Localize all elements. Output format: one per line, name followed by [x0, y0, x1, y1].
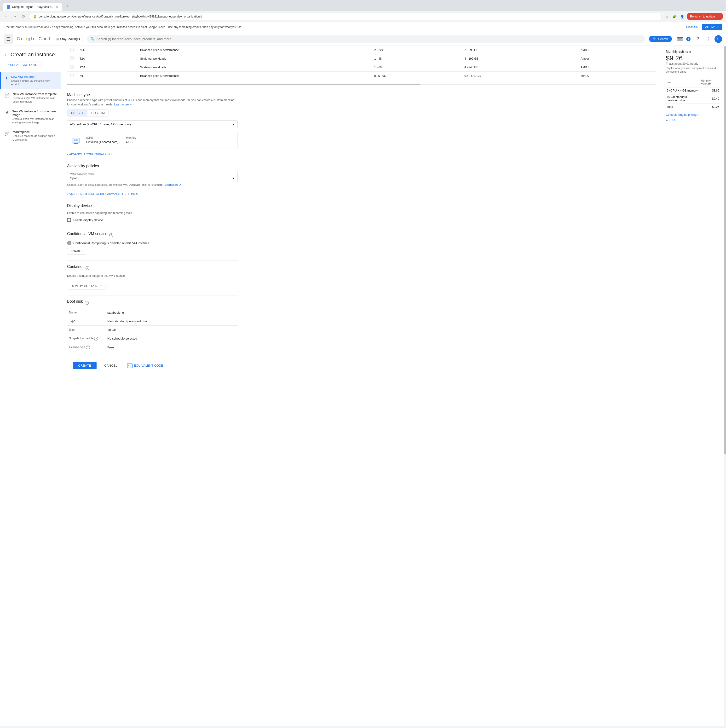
tab-title: Compute Engine – StayBookin... — [12, 5, 53, 9]
back-button[interactable]: ← — [4, 52, 9, 58]
container-help-icon[interactable]: ? — [86, 266, 89, 270]
compute-pricing-link[interactable]: Compute Engine pricing ↗ — [666, 113, 720, 116]
forward-nav-button[interactable]: → — [12, 13, 18, 20]
url-text: console.cloud.google.com/compute/instanc… — [39, 15, 658, 18]
vm-machine-image-icon: 🖥 — [5, 110, 9, 115]
container-desc: Deploy a container image to this VM inst… — [67, 274, 238, 278]
vm-provisioning-chevron-icon: ▾ — [233, 176, 235, 180]
cancel-button[interactable]: CANCEL — [100, 362, 121, 369]
right-scrollbar[interactable] — [724, 46, 726, 726]
url-bar[interactable]: 🔒 console.cloud.google.com/compute/insta… — [29, 13, 662, 20]
activate-button[interactable]: ACTIVATE — [702, 24, 722, 30]
vm-provisioning-advanced-settings-button[interactable]: ▾ VM PROVISIONING MODEL ADVANCED SETTING… — [67, 193, 138, 196]
t2d-desc: Scale-out workloads — [137, 63, 371, 72]
n1-name: N1 — [77, 72, 137, 80]
machine-type-title: Machine type — [67, 93, 238, 97]
estimate-table: Item Monthly estimate 2 vCPU + 4 GB memo… — [666, 78, 720, 110]
custom-tab[interactable]: CUSTOM — [87, 110, 109, 116]
machine-type-learn-more[interactable]: Learn more ↗ — [114, 103, 132, 106]
enable-display-device-checkbox[interactable] — [67, 218, 71, 222]
profile-icon[interactable]: 👤 — [679, 13, 686, 20]
active-tab[interactable]: Compute Engine – StayBookin... ✕ — [3, 3, 62, 11]
vm-provisioning-value: Spot — [70, 176, 77, 180]
notification-badge[interactable]: 1 — [686, 37, 691, 41]
svg-rect-4 — [73, 139, 75, 141]
confidential-vm-help-icon[interactable]: ? — [109, 233, 113, 237]
table-scrollbar[interactable] — [67, 84, 656, 85]
svg-rect-5 — [75, 139, 77, 141]
machine-info-box: vCPU 1-2 vCPU (1 shared core) Memory 4 G… — [67, 131, 238, 149]
back-nav-button[interactable]: ← — [3, 13, 9, 20]
machine-type-dropdown[interactable]: e2-medium (2 vCPU, 1 core, 4 GB memory) … — [67, 120, 238, 128]
equivalent-code-bottom-link[interactable]: <> EQUIVALENT CODE — [127, 364, 163, 368]
preset-tab[interactable]: PRESET — [67, 110, 87, 116]
sidebar-item-vm-machine-image[interactable]: 🖥 New VM instance from machine image Cre… — [0, 107, 61, 127]
table-row[interactable]: N1 Balanced price & performance 0.25 - 9… — [67, 72, 656, 80]
reload-nav-button[interactable]: ↻ — [20, 13, 27, 20]
t2d-radio[interactable] — [70, 65, 74, 69]
dismiss-button[interactable]: DISMISS — [684, 24, 700, 30]
sidebar-item-new-vm[interactable]: ✦ New VM instance Create a single VM ins… — [0, 72, 61, 89]
sidebar: ← Create an instance ✦ CREATE VM FROM...… — [0, 46, 61, 726]
marketplace-icon: 🛒 — [5, 131, 10, 136]
search-input[interactable] — [96, 37, 642, 41]
less-button[interactable]: ∧ LESS — [666, 118, 676, 122]
vm-hint-learn-more[interactable]: Learn more ↗ — [165, 183, 181, 186]
n2d-name: N2D — [77, 46, 137, 54]
code-icon: <> — [127, 364, 133, 368]
help-icon[interactable]: ? — [694, 35, 702, 43]
tab-close-icon[interactable]: ✕ — [55, 5, 58, 9]
create-vm-from-button[interactable]: ✦ CREATE VM FROM... — [4, 61, 41, 68]
right-panel: Monthly estimate $9.26 That's about $0.0… — [662, 46, 724, 726]
vm-provisioning-dropdown[interactable]: VM provisioning model Spot ▾ — [67, 171, 238, 182]
create-button[interactable]: CREATE — [73, 362, 96, 369]
new-tab-button[interactable]: + — [63, 2, 72, 11]
boot-disk-snapshot-label: Snapshot schedule ? — [67, 334, 105, 343]
sidebar-item-vm-template-title: New VM instance from template — [13, 92, 57, 96]
table-row: 2 vCPU + 4 GB memory $8.86 — [666, 87, 720, 94]
project-selector[interactable]: ⊞ StayBooking ▾ — [53, 36, 83, 42]
n1-cpu: Intel S — [578, 72, 656, 80]
boot-disk-title: Boot disk — [67, 299, 83, 304]
vm-provisioning-label: VM provisioning model — [67, 172, 237, 176]
t2a-radio[interactable] — [70, 56, 74, 60]
snapshot-help-icon[interactable]: ? — [94, 337, 98, 341]
estimate-hourly: That's about $0.01 hourly — [666, 62, 720, 66]
advanced-configurations-button[interactable]: ▾ ADVANCED CONFIGURATIONS — [67, 153, 112, 156]
n2d-radio[interactable] — [70, 48, 74, 52]
search-button[interactable]: 🔍 Search — [649, 36, 672, 42]
t2a-cpu: Amper — [578, 54, 656, 63]
display-device-section: Display device Enable to use screen capt… — [67, 204, 238, 222]
deploy-container-button[interactable]: DEPLOY CONTAINER — [67, 283, 105, 289]
sidebar-item-marketplace-desc: Deploy a ready-to-go solution onto a VM … — [13, 134, 57, 142]
table-row: Type New standard persistent disk — [67, 317, 238, 326]
table-row[interactable]: T2D Scale-out workloads 1 - 60 4 - 240 G… — [67, 63, 656, 72]
availability-section: Availability policies VM provisioning mo… — [67, 164, 238, 187]
n1-radio[interactable] — [70, 73, 74, 77]
container-title: Container — [67, 265, 84, 269]
table-row[interactable]: T2A Scale-out workloads 1 - 48 4 - 192 G… — [67, 54, 656, 63]
confidential-vm-enable-button[interactable]: ENABLE — [67, 248, 86, 255]
machine-type-section: Machine type Choose a machine type with … — [67, 93, 238, 149]
cloud-shell-icon[interactable]: ⌨ — [676, 35, 684, 43]
table-row[interactable]: N2D Balanced price & performance 2 - 224… — [67, 46, 656, 54]
bookmark-icon[interactable]: ☆ — [664, 13, 670, 20]
settings-icon[interactable]: ⋮ — [704, 35, 712, 43]
boot-disk-help-icon[interactable]: ? — [85, 301, 89, 305]
relaunch-button[interactable]: Relaunch to update ⋮ — [687, 13, 723, 20]
table-row: 10 GB standard persistent disk $0.40 — [666, 94, 720, 104]
vm-provisioning-hint: Choose "Spot" to get a discounted, preem… — [67, 183, 238, 187]
action-bar: CREATE CANCEL <> EQUIVALENT CODE — [67, 358, 238, 373]
avatar[interactable]: S — [714, 35, 722, 43]
machine-specs: vCPU 1-2 vCPU (1 shared core) Memory 4 G… — [86, 136, 136, 144]
license-help-icon[interactable]: ? — [86, 346, 90, 349]
confidential-status-icon: – — [67, 241, 72, 245]
extensions-icon[interactable]: 🧩 — [671, 13, 678, 20]
display-device-desc: Enable to use screen capturing and recor… — [67, 211, 238, 215]
sidebar-item-vm-template[interactable]: 📄 New VM instance from template Create a… — [0, 89, 61, 107]
vm-template-icon: 📄 — [5, 93, 10, 98]
sidebar-item-marketplace[interactable]: 🛒 Marketplace Deploy a ready-to-go solut… — [0, 127, 61, 144]
tab-favicon — [7, 5, 10, 9]
menu-icon[interactable]: ☰ — [4, 34, 13, 44]
estimate-amount: $9.26 — [666, 54, 720, 62]
